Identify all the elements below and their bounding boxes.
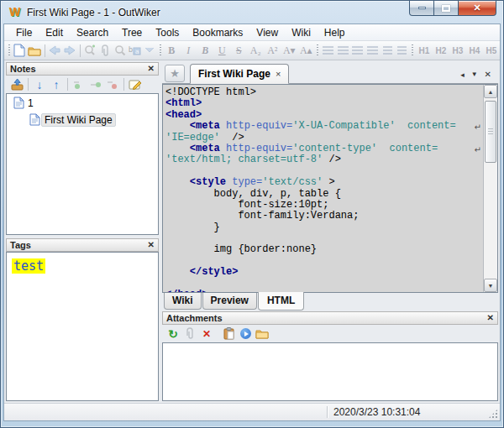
source-code-icon[interactable]: ba bbox=[128, 43, 143, 59]
tags-panel-header[interactable]: Tags ✕ bbox=[6, 238, 159, 252]
view-tab-html[interactable]: HTML bbox=[258, 292, 304, 311]
menu-item-wiki[interactable]: Wiki bbox=[285, 25, 318, 40]
view-tab-preview[interactable]: Preview bbox=[202, 293, 257, 310]
bookmark-star-icon[interactable]: ★ bbox=[165, 65, 185, 82]
tab-scroll-left-icon[interactable]: ◂ bbox=[460, 70, 465, 79]
heading-button-h5[interactable]: H5 bbox=[483, 43, 500, 59]
code-line: } bbox=[165, 222, 482, 233]
new-page-button[interactable] bbox=[13, 43, 28, 59]
align-left-icon[interactable] bbox=[321, 43, 336, 59]
open-attach-folder-icon[interactable] bbox=[254, 326, 270, 342]
format-button-7[interactable]: A▾ bbox=[281, 43, 297, 59]
code-line bbox=[165, 279, 482, 290]
execute-attachment-icon[interactable] bbox=[237, 326, 254, 342]
align-justify-icon[interactable] bbox=[365, 43, 381, 59]
menu-item-search[interactable]: Search bbox=[70, 25, 115, 40]
tab-close-icon[interactable]: × bbox=[276, 69, 281, 79]
code-line: <style type='text/css' > bbox=[165, 177, 482, 188]
code-area[interactable]: <!DOCTYPE html><html><head> <meta http-e… bbox=[163, 85, 483, 292]
attachments-list[interactable] bbox=[162, 342, 498, 401]
align-right-icon[interactable] bbox=[350, 43, 365, 59]
refresh-attachments-icon[interactable]: ↻ bbox=[165, 326, 181, 342]
add-child-page-icon[interactable] bbox=[87, 76, 104, 92]
tags-panel: Tags ✕ test bbox=[6, 238, 159, 401]
toolbar-grip[interactable] bbox=[411, 44, 414, 56]
scroll-down-icon[interactable]: ▼ bbox=[484, 279, 497, 292]
format-button-1[interactable]: I bbox=[180, 43, 197, 59]
toolbar-grip[interactable] bbox=[159, 44, 162, 56]
menu-item-help[interactable]: Help bbox=[318, 25, 352, 40]
format-button-8[interactable]: A▴ bbox=[297, 43, 314, 59]
menu-item-edit[interactable]: Edit bbox=[39, 25, 70, 40]
code-line: <head> bbox=[165, 110, 482, 121]
code-line: <meta http-equiv='content-type' content=… bbox=[165, 144, 482, 154]
maximize-button[interactable] bbox=[434, 1, 458, 16]
paragraph-spacing-icon[interactable] bbox=[395, 43, 410, 59]
attach-file-icon[interactable] bbox=[181, 326, 198, 342]
minimize-button[interactable] bbox=[409, 1, 434, 16]
paste-attachment-icon[interactable] bbox=[220, 326, 237, 342]
vertical-scrollbar[interactable]: ▲ ▼ bbox=[483, 85, 497, 292]
code-line: <html> bbox=[165, 98, 482, 109]
back-button[interactable] bbox=[48, 43, 63, 59]
align-center-icon[interactable] bbox=[335, 43, 350, 59]
format-button-4[interactable]: S bbox=[230, 43, 247, 59]
tab-close-all-icon[interactable]: ✕ bbox=[485, 70, 491, 79]
format-button-5[interactable]: A₂ bbox=[247, 43, 264, 59]
goto-parent-icon[interactable] bbox=[8, 76, 25, 92]
heading-button-h4[interactable]: H4 bbox=[466, 43, 483, 59]
tab-list-dropdown-icon[interactable]: ▼ bbox=[471, 70, 478, 78]
status-divider bbox=[327, 406, 328, 418]
tag-item[interactable]: test bbox=[12, 258, 45, 274]
search-icon[interactable] bbox=[113, 43, 128, 59]
tab-strip-controls: ◂ ▼ ✕ bbox=[460, 70, 498, 84]
attach-icon[interactable] bbox=[97, 43, 113, 59]
page-tab-strip: ★ First Wiki Page × ◂ ▼ ✕ bbox=[162, 62, 498, 84]
forward-button[interactable] bbox=[62, 43, 77, 59]
page-tab[interactable]: First Wiki Page × bbox=[190, 64, 289, 84]
toolbar-grip[interactable] bbox=[8, 44, 11, 56]
window-controls: ✕ bbox=[409, 1, 496, 16]
attachments-close-icon[interactable]: ✕ bbox=[487, 314, 494, 322]
code-line: font-size:10pt; bbox=[165, 200, 482, 211]
move-up-icon[interactable]: ↑ bbox=[48, 76, 65, 92]
heading-button-h1[interactable]: H1 bbox=[416, 43, 433, 59]
heading-button-h3[interactable]: H3 bbox=[449, 43, 466, 59]
line-wrap-icon: ↵ bbox=[475, 144, 481, 155]
menu-item-tools[interactable]: Tools bbox=[149, 25, 186, 40]
tags-list: test bbox=[6, 252, 159, 401]
move-down-icon[interactable]: ↓ bbox=[31, 76, 48, 92]
open-button[interactable] bbox=[27, 43, 42, 59]
more-chevron-icon[interactable] bbox=[142, 43, 157, 59]
menu-bar: FileEditSearchTreeToolsBookmarksViewWiki… bbox=[4, 24, 500, 41]
format-button-3[interactable]: U bbox=[213, 43, 230, 59]
menu-item-tree[interactable]: Tree bbox=[115, 25, 149, 40]
attachments-panel-header[interactable]: Attachments ✕ bbox=[162, 311, 498, 325]
format-button-0[interactable]: B bbox=[163, 43, 180, 59]
close-button[interactable]: ✕ bbox=[458, 1, 496, 16]
view-tab-wiki[interactable]: Wiki bbox=[164, 293, 202, 310]
edit-page-icon[interactable] bbox=[127, 76, 144, 92]
scroll-up-icon[interactable]: ▲ bbox=[484, 85, 497, 98]
menu-item-bookmarks[interactable]: Bookmarks bbox=[186, 25, 249, 40]
tree-item[interactable]: First Wiki Page bbox=[8, 112, 156, 128]
add-sibling-page-icon[interactable] bbox=[71, 76, 87, 92]
notes-panel-header[interactable]: Notes ✕ bbox=[6, 62, 159, 76]
resize-grip[interactable] bbox=[488, 409, 498, 419]
format-button-2[interactable]: B bbox=[197, 43, 213, 59]
notes-close-icon[interactable]: ✕ bbox=[148, 65, 155, 73]
remove-page-icon[interactable] bbox=[104, 76, 121, 92]
svg-text:b: b bbox=[129, 45, 133, 54]
toolbar-grip[interactable] bbox=[316, 44, 319, 56]
search-add-icon[interactable] bbox=[83, 43, 98, 59]
delete-attachment-icon[interactable]: ✕ bbox=[198, 326, 215, 342]
scrollbar-thumb[interactable] bbox=[485, 101, 496, 163]
tree-item[interactable]: 1 bbox=[8, 95, 156, 111]
menu-item-view[interactable]: View bbox=[249, 25, 285, 40]
toolbar-separator bbox=[28, 78, 29, 91]
tags-close-icon[interactable]: ✕ bbox=[148, 241, 155, 249]
format-button-6[interactable]: A² bbox=[264, 43, 281, 59]
menu-item-file[interactable]: File bbox=[9, 25, 39, 40]
line-spacing-icon[interactable] bbox=[380, 43, 395, 59]
heading-button-h2[interactable]: H2 bbox=[433, 43, 449, 59]
